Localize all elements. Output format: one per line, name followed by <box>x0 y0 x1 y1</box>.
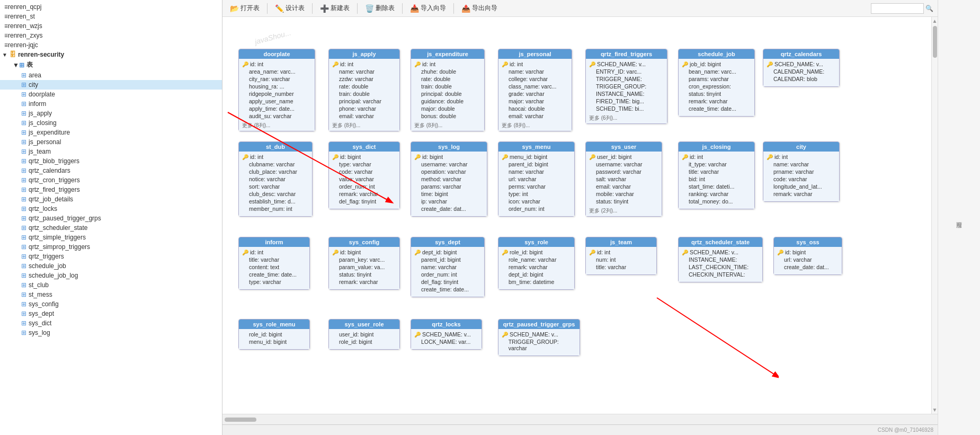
table-card-qrtz-paused-trigger-grps[interactable]: qrtz_paused_trigger_grps 🔑SCHED_NAME: v.… <box>498 319 580 356</box>
table-card-sys-role[interactable]: sys_role 🔑role_id: bigint role_name: var… <box>498 237 575 290</box>
field-row: order_num: int <box>414 271 481 278</box>
table-card-sys-user-role[interactable]: sys_user_role user_id: bigint role_id: b… <box>328 319 400 350</box>
search-icon[interactable]: 🔍 <box>925 5 933 12</box>
open-table-button[interactable]: 📂 打开表 <box>227 3 263 14</box>
sidebar-item-renren-qcpj[interactable]: ≡ renren_qcpj <box>0 2 222 12</box>
design-table-button[interactable]: ✏️ 设计表 <box>272 3 308 14</box>
table-card-sys-dept[interactable]: sys_dept 🔑dept_id: bigint parent_id: big… <box>411 237 485 297</box>
sidebar-item-sys-config[interactable]: ⊞ sys_config <box>0 299 222 309</box>
table-body-sys-user-role: user_id: bigint role_id: bigint <box>329 329 399 347</box>
field-row: start_time: dateti... <box>682 183 751 190</box>
sidebar-item-doorplate[interactable]: ⊞ doorplate <box>0 90 222 99</box>
table-body-sys-oss: 🔑id: bigint url: varchar create_date: da… <box>774 247 842 272</box>
import-wizard-button[interactable]: 📥 导入向导 <box>407 3 449 14</box>
table-card-js-closing[interactable]: js_closing 🔑id: int it_type: varchar tit… <box>678 141 755 209</box>
sidebar-item-qrtz-blob-triggers[interactable]: ⊞ qrtz_blob_triggers <box>0 156 222 166</box>
sidebar-item-renren-jqjc[interactable]: ≡ renren-jqjc <box>0 40 222 50</box>
sidebar-db-renren-security[interactable]: ▼ 🗄 renren-security <box>0 50 222 59</box>
export-wizard-button[interactable]: 📤 导出向导 <box>458 3 501 14</box>
sidebar-item-renren-zxys[interactable]: ≡ renren_zxys <box>0 31 222 40</box>
new-table-button[interactable]: ➕ 新建表 <box>317 3 353 14</box>
table-icon: ≡ <box>4 13 8 20</box>
canvas-area[interactable]: javaShou... java... javaShop.io... doorp… <box>222 17 931 414</box>
field-row: principal: varchar <box>332 97 396 105</box>
table-card-sys-log[interactable]: sys_log 🔑id: bigint username: varchar op… <box>411 141 487 217</box>
sidebar-item-st-mess[interactable]: ⊞ st_mess <box>0 290 222 299</box>
sidebar-item-js-closing[interactable]: ⊞ js_closing <box>0 118 222 128</box>
scroll-up-button[interactable]: ▲ <box>932 18 938 24</box>
sidebar-item-city[interactable]: ⊞ city <box>0 80 222 90</box>
table-card-sys-dict[interactable]: sys_dict 🔑id: bigint type: varchar code:… <box>328 141 400 209</box>
table-header-js-team: js_team <box>586 237 656 247</box>
table-icon: ⊞ <box>21 253 26 260</box>
table-card-js-expenditure[interactable]: js_expenditure 🔑id: int zhuhe: double ra… <box>411 49 485 131</box>
field-row: role_id: bigint <box>332 338 396 345</box>
svg-line-2 <box>657 298 779 377</box>
sidebar-item-qrtz-job-details[interactable]: ⊞ qrtz_job_details <box>0 194 222 204</box>
field-row: status: tinyint <box>682 90 751 97</box>
sidebar-item-js-expenditure[interactable]: ⊞ js_expenditure <box>0 128 222 137</box>
scroll-down-button[interactable]: ▼ <box>932 407 938 413</box>
table-header-sys-dept: sys_dept <box>411 237 484 247</box>
table-card-doorplate[interactable]: doorplate 🔑id: int area_name: varc... ci… <box>238 49 315 131</box>
table-header-qrtz-calendars: qrtz_calendars <box>763 49 839 59</box>
table-icon: ⊞ <box>21 205 26 212</box>
table-group-icon: ⊞ <box>19 61 24 69</box>
sidebar-item-qrtz-triggers[interactable]: ⊞ qrtz_triggers <box>0 252 222 261</box>
search-input[interactable] <box>871 3 924 14</box>
separator-1 <box>267 3 268 14</box>
sidebar-item-qrtz-simple-triggers[interactable]: ⊞ qrtz_simple_triggers <box>0 233 222 242</box>
field-row: train: double <box>414 83 481 90</box>
table-card-sys-config[interactable]: sys_config 🔑id: bigint param_key: varc..… <box>328 237 400 290</box>
table-card-js-team[interactable]: js_team 🔑id: int num: int title: varchar <box>585 237 657 275</box>
sidebar-item-qrtz-fired-triggers[interactable]: ⊞ qrtz_fired_triggers <box>0 185 222 194</box>
table-card-schedule-job[interactable]: schedule_job 🔑job_id: bigint bean_name: … <box>678 49 755 117</box>
sidebar-item-js-team[interactable]: ⊞ js_team <box>0 147 222 156</box>
scrollbar-thumb[interactable] <box>933 26 937 58</box>
table-header-sys-menu: sys_menu <box>498 142 574 152</box>
delete-table-button[interactable]: 🗑️ 删除表 <box>362 3 398 14</box>
sidebar-item-sys-dept[interactable]: ⊞ sys_dept <box>0 309 222 318</box>
sidebar-item-qrtz-paused[interactable]: ⊞ qrtz_paused_trigger_grps <box>0 214 222 223</box>
sidebar-item-renren-st[interactable]: ≡ renren_st <box>0 12 222 21</box>
table-card-qrtz-fired-triggers[interactable]: qrtz_fired_triggers 🔑SCHED_NAME: v... EN… <box>585 49 667 124</box>
table-card-sys-oss[interactable]: sys_oss 🔑id: bigint url: varchar create_… <box>773 237 842 275</box>
table-card-sys-user[interactable]: sys_user 🔑user_id: bigint username: varc… <box>585 141 662 217</box>
field-row: 🔑id: int <box>332 60 396 68</box>
field-row: del_flag: tinyint <box>414 278 481 286</box>
table-card-js-personal[interactable]: js_personal 🔑id: int name: varchar colle… <box>498 49 572 131</box>
sidebar-item-js-apply[interactable]: ⊞ js_apply <box>0 109 222 118</box>
table-card-sys-menu[interactable]: sys_menu 🔑menu_id: bigint parent_id: big… <box>498 141 575 217</box>
table-card-st-dub[interactable]: st_dub 🔑id: int clubname: varchar club_p… <box>238 141 313 217</box>
sidebar-item-schedule-job[interactable]: ⊞ schedule_job <box>0 261 222 271</box>
field-row: audit_su: varchar <box>242 112 311 120</box>
sidebar-tables-group[interactable]: ▼ ⊞ 表 <box>0 59 222 70</box>
horizontal-scrollbar-track[interactable] <box>225 416 936 423</box>
sidebar-item-qrtz-locks[interactable]: ⊞ qrtz_locks <box>0 204 222 214</box>
sidebar-item-inform[interactable]: ⊞ inform <box>0 99 222 109</box>
sidebar-item-qrtz-calendars[interactable]: ⊞ qrtz_calendars <box>0 166 222 175</box>
sidebar-item-sys-dict[interactable]: ⊞ sys_dict <box>0 318 222 328</box>
sidebar-item-qrtz-scheduler-state[interactable]: ⊞ qrtz_scheduler_state <box>0 223 222 233</box>
sidebar-item-sys-log[interactable]: ⊞ sys_log <box>0 328 222 338</box>
table-card-js-apply[interactable]: js_apply 🔑id: int name: varchar zzdw: va… <box>328 49 400 131</box>
table-card-qrtz-scheduler-state[interactable]: qrtz_scheduler_state 🔑SCHED_NAME: v... I… <box>678 237 763 282</box>
sidebar-item-renren-wzjs[interactable]: ≡ renren_wzjs <box>0 21 222 31</box>
sidebar-item-st-club[interactable]: ⊞ st_club <box>0 280 222 290</box>
table-card-sys-role-menu[interactable]: sys_role_menu role_id: bigint menu_id: b… <box>238 319 310 350</box>
sidebar-list[interactable]: ≡ renren_qcpj ≡ renren_st ≡ renren_wzjs … <box>0 0 222 435</box>
sidebar-item-qrtz-simprop-triggers[interactable]: ⊞ qrtz_simprop_triggers <box>0 242 222 252</box>
vertical-scrollbar[interactable]: ▲ ▼ <box>931 17 938 414</box>
table-card-city[interactable]: city 🔑id: int name: varchar prname: varc… <box>763 141 840 202</box>
table-card-inform[interactable]: inform 🔑id: int title: varchar content: … <box>238 237 310 290</box>
sidebar-item-schedule-job-log[interactable]: ⊞ schedule_job_log <box>0 271 222 280</box>
table-card-qrtz-locks[interactable]: qrtz_locks 🔑SCHED_NAME: v... LOCK_NAME: … <box>411 319 482 350</box>
sidebar-item-qrtz-cron-triggers[interactable]: ⊞ qrtz_cron_triggers <box>0 175 222 185</box>
horizontal-scrollbar-thumb[interactable] <box>225 418 256 422</box>
field-row: params: varchar <box>414 183 484 190</box>
sidebar-item-area[interactable]: ⊞ area <box>0 70 222 80</box>
table-card-qrtz-calendars[interactable]: qrtz_calendars 🔑SCHED_NAME: v... CALENDA… <box>763 49 840 87</box>
field-row: major: varchar <box>502 97 568 105</box>
sidebar-item-js-personal[interactable]: ⊞ js_personal <box>0 137 222 147</box>
table-icon: ⊞ <box>21 176 26 184</box>
